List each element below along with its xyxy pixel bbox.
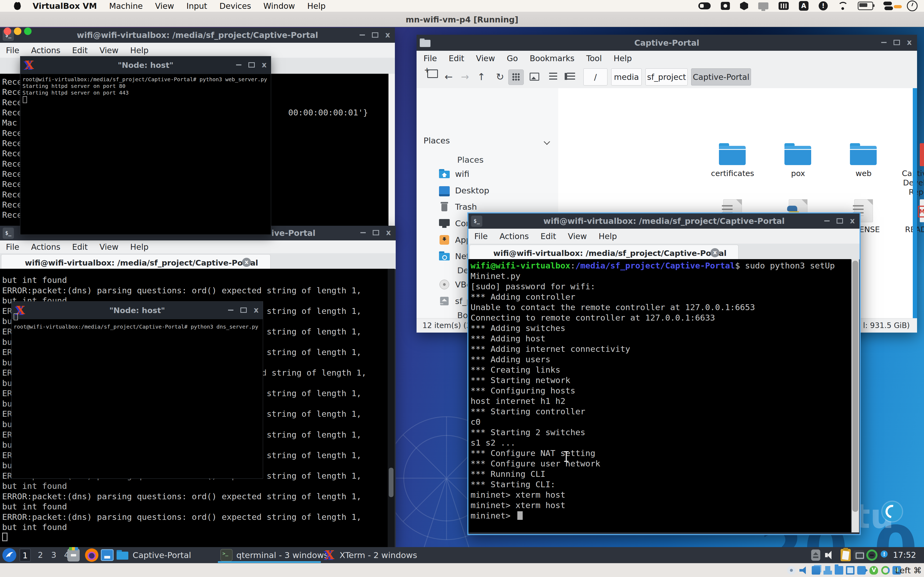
close-button[interactable]: x: [850, 218, 855, 224]
file-manager-icon[interactable]: [67, 547, 80, 563]
close-button[interactable]: x: [386, 230, 391, 235]
detail-view-button[interactable]: [562, 69, 577, 84]
task-button[interactable]: Captive-Portal: [116, 547, 191, 563]
pill-icon[interactable]: [698, 2, 711, 9]
menu-item[interactable]: Edit: [72, 242, 88, 251]
shared-folder-icon[interactable]: [835, 566, 843, 575]
maximize-button[interactable]: [241, 308, 247, 313]
thumbnail-view-button[interactable]: [527, 69, 542, 84]
path-segment-button[interactable]: sf_project: [645, 68, 688, 85]
path-segment-button[interactable]: /: [583, 68, 607, 85]
menu-item[interactable]: File: [474, 232, 488, 241]
new-tab-button[interactable]: [420, 69, 435, 84]
menu-item[interactable]: View: [568, 232, 587, 241]
notification-icon[interactable]: [879, 550, 890, 560]
window-titlebar[interactable]: wifi@wifi-virtualbox: /media/sf_project/…: [468, 213, 859, 229]
back-button[interactable]: ←: [441, 69, 456, 84]
clock[interactable]: 17:52: [893, 547, 916, 563]
workspace-button[interactable]: 2: [35, 549, 46, 561]
minimize-button[interactable]: [824, 221, 830, 221]
menu-item[interactable]: Edit: [541, 232, 556, 241]
qterminal-window-mininet[interactable]: wifi@wifi-virtualbox: /media/sf_project/…: [467, 212, 861, 535]
menu-item[interactable]: Help: [614, 54, 632, 63]
minimize-traffic-light[interactable]: [14, 27, 21, 35]
collapse-chevron-icon[interactable]: [548, 137, 553, 143]
window-titlebar[interactable]: "Node: host": [20, 56, 271, 74]
terminal-tab[interactable]: wifi@wifi-virtualbox: /media/sf_project/…: [470, 245, 738, 259]
refresh-button[interactable]: ↻: [493, 69, 507, 84]
macos-menu-item[interactable]: Devices: [220, 2, 251, 11]
menu-item[interactable]: View: [99, 242, 118, 251]
file-item[interactable]: M↓ web: [832, 143, 896, 178]
window-titlebar[interactable]: "Node: host": [11, 301, 263, 319]
workspace-button[interactable]: 1: [19, 549, 31, 561]
terminal-tab[interactable]: wifi@wifi-virtualbox: /media/sf_project/…: [1, 254, 271, 269]
close-button[interactable]: x: [385, 32, 390, 38]
maximize-button[interactable]: [249, 62, 255, 68]
terminal-output[interactable]: root@wifi-virtualbox:/media/sf_project/C…: [11, 319, 263, 479]
apple-logo-icon[interactable]: [14, 2, 21, 10]
eject-icon[interactable]: [811, 550, 820, 561]
zoom-traffic-light[interactable]: [24, 27, 32, 35]
menu-item[interactable]: Go: [507, 54, 518, 63]
xterm-window-web-server[interactable]: "Node: host" x root@wifi-virtualbox:/med…: [20, 56, 271, 235]
menu-item[interactable]: Actions: [499, 232, 529, 241]
forward-button[interactable]: →: [457, 69, 472, 84]
minimize-button[interactable]: [881, 42, 887, 43]
menu-item[interactable]: View: [476, 54, 495, 63]
minimize-button[interactable]: [360, 232, 366, 233]
maximize-button[interactable]: [893, 40, 900, 45]
terminal-output[interactable]: root@wifi-virtualbox:/media/sf_project/C…: [20, 74, 271, 235]
sidebar-item[interactable]: Trash: [417, 200, 558, 214]
display-icon[interactable]: [758, 2, 768, 9]
menu-item[interactable]: File: [6, 242, 19, 251]
maximize-button[interactable]: [372, 32, 378, 38]
control-center-icon[interactable]: [884, 2, 897, 10]
path-segment-button[interactable]: media: [611, 68, 642, 85]
menu-item[interactable]: Help: [130, 242, 149, 251]
firefox-icon[interactable]: [85, 547, 99, 563]
task-button[interactable]: qterminal - 3 windows: [220, 547, 328, 563]
audio-icon[interactable]: [800, 566, 808, 575]
display-icon[interactable]: [846, 566, 855, 575]
icon-view-button[interactable]: [508, 69, 524, 85]
volume-icon[interactable]: [825, 550, 834, 560]
menu-item[interactable]: Actions: [31, 46, 60, 55]
monitor-icon[interactable]: [101, 547, 114, 563]
close-traffic-light[interactable]: [4, 27, 11, 35]
terminal-output[interactable]: wifi@wifi-virtualbox:/media/sf_project/C…: [468, 259, 851, 532]
window-titlebar[interactable]: Captive-Portal: [417, 35, 917, 51]
tab-close-icon[interactable]: [242, 258, 251, 267]
file-item[interactable]: M↓ certificates: [701, 143, 765, 178]
menu-item[interactable]: File: [6, 46, 19, 55]
features-turtle-icon[interactable]: [869, 566, 878, 575]
recording-icon[interactable]: [857, 566, 866, 575]
scrollbar[interactable]: [913, 88, 917, 318]
network-icon[interactable]: [853, 550, 864, 560]
minimize-button[interactable]: [228, 309, 233, 311]
menu-item[interactable]: Edit: [449, 54, 464, 63]
windows-icon[interactable]: [812, 566, 820, 575]
maximize-button[interactable]: [373, 230, 379, 235]
minimize-button[interactable]: [360, 34, 365, 35]
screen-capture-icon[interactable]: [721, 2, 730, 10]
close-button[interactable]: x: [262, 62, 267, 68]
updates-icon[interactable]: [866, 550, 877, 561]
alert-icon[interactable]: [819, 2, 828, 10]
menu-item[interactable]: Help: [599, 232, 617, 241]
tab-close-icon[interactable]: [711, 248, 719, 257]
battery-icon[interactable]: [858, 2, 873, 10]
window-titlebar[interactable]: wifi@wifi-virtualbox: /media/sf_project/…: [0, 27, 395, 43]
menu-item[interactable]: View: [99, 46, 118, 55]
maximize-button[interactable]: [837, 218, 843, 224]
scrollbar[interactable]: [388, 74, 395, 235]
up-button[interactable]: ↑: [474, 69, 489, 84]
macos-menu-item[interactable]: VirtualBox VM: [32, 2, 97, 11]
menu-item[interactable]: Edit: [72, 46, 88, 55]
menu-item[interactable]: Tool: [586, 54, 602, 63]
macos-menu-item[interactable]: Input: [186, 2, 207, 11]
scrollbar-handle[interactable]: [852, 261, 858, 512]
macos-menu-item[interactable]: View: [155, 2, 174, 11]
menu-item[interactable]: Bookmarks: [530, 54, 575, 63]
app-menu-button[interactable]: [2, 547, 16, 563]
